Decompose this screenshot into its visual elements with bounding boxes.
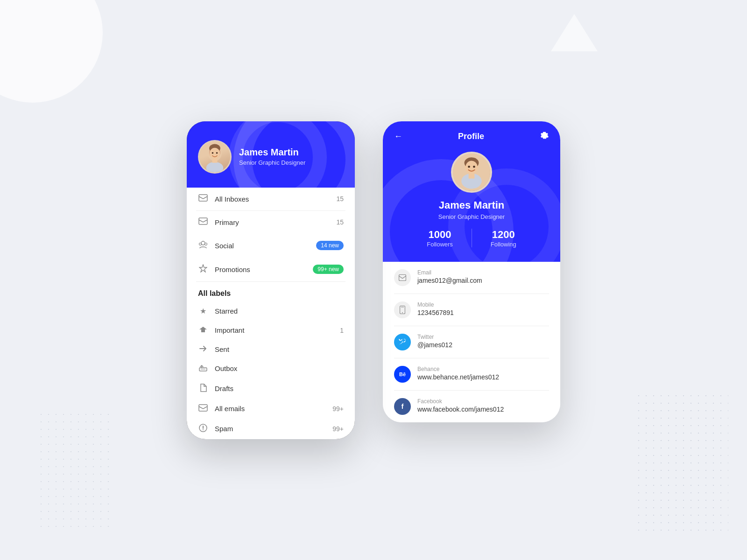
drafts-label: Drafts (215, 385, 337, 392)
back-button[interactable]: ← (394, 132, 402, 141)
sent-label: Sent (215, 345, 337, 353)
email-field-label: Email (417, 269, 482, 276)
avatar (198, 140, 232, 174)
bg-decoration-dots-left (37, 411, 112, 532)
twitter-field-label: Twitter (417, 334, 452, 340)
twitter-icon-wrap (394, 334, 411, 350)
svg-rect-28 (399, 274, 406, 280)
svg-point-4 (210, 147, 220, 159)
all-inboxes-count: 15 (336, 195, 344, 203)
svg-point-24 (468, 165, 470, 168)
svg-point-5 (212, 152, 214, 154)
phone-profile: ← Profile (383, 121, 560, 422)
email-header: James Martin Senior Graphic Designer (187, 121, 355, 188)
twitter-row: Twitter @james012 (394, 326, 549, 358)
promotions-icon (198, 264, 208, 275)
all-emails-item[interactable]: All emails 99+ (187, 399, 355, 419)
svg-point-11 (201, 241, 205, 245)
spam-item[interactable]: Spam 99+ (187, 419, 355, 439)
behance-row: Bē Behance www.behance.net/james012 (394, 358, 549, 391)
primary-icon (198, 217, 208, 227)
svg-point-25 (473, 165, 475, 168)
all-labels-heading: All labels (187, 282, 355, 301)
followers-stat: 1000 Followers (408, 229, 472, 248)
mobile-field-label: Mobile (417, 301, 454, 308)
email-icon-wrap (394, 269, 411, 286)
outbox-icon (198, 364, 208, 373)
behance-value: www.behance.net/james012 (417, 373, 499, 381)
facebook-icon-wrap: f (394, 398, 411, 415)
following-count: 1200 (491, 229, 516, 241)
inbox-icon (198, 194, 208, 204)
bg-decoration-circle (0, 0, 103, 103)
sent-item[interactable]: Sent (187, 340, 355, 359)
spam-icon (198, 424, 208, 434)
svg-marker-14 (199, 327, 207, 332)
all-inboxes-item[interactable]: All Inboxes 15 (187, 188, 355, 210)
spam-label: Spam (215, 425, 326, 433)
promotions-badge: 99+ new (313, 265, 344, 274)
settings-button[interactable] (540, 131, 549, 142)
profile-nav-title: Profile (458, 132, 484, 141)
all-emails-icon (198, 404, 208, 413)
twitter-value: @james012 (417, 341, 452, 349)
svg-point-7 (206, 162, 224, 172)
important-count: 1 (340, 327, 344, 334)
mobile-icon-wrap (394, 301, 411, 318)
facebook-field-label: Facebook (417, 398, 504, 405)
all-emails-label: All emails (215, 405, 326, 413)
promotions-item[interactable]: Promotions 99+ new (187, 258, 355, 281)
profile-contact-info: Email james012@gmail.com Mobile 12345678… (383, 262, 560, 422)
mobile-value: 1234567891 (417, 309, 454, 316)
bg-decoration-dots-right (635, 392, 728, 532)
promotions-label: Promotions (215, 266, 306, 273)
sent-icon (198, 345, 208, 354)
outbox-item[interactable]: Outbox (187, 359, 355, 378)
profile-avatar-wrap (394, 152, 549, 193)
bg-decoration-triangle (551, 14, 598, 51)
email-row: Email james012@gmail.com (394, 262, 549, 294)
outbox-label: Outbox (215, 364, 337, 372)
primary-count: 15 (336, 218, 344, 226)
social-item[interactable]: Social 14 new (187, 234, 355, 258)
star-icon: ★ (198, 307, 208, 315)
profile-stats: 1000 Followers 1200 Following (394, 229, 549, 248)
behance-icon-wrap: Bē (394, 366, 411, 383)
behance-content: Behance www.behance.net/james012 (417, 366, 499, 381)
email-content: Email james012@gmail.com (417, 269, 482, 284)
important-item[interactable]: Important 1 (187, 321, 355, 340)
header-user-info: James Martin Senior Graphic Designer (239, 147, 305, 166)
starred-item[interactable]: ★ Starred (187, 301, 355, 321)
email-list: All Inboxes 15 Primary 15 (187, 188, 355, 439)
social-icon (198, 240, 208, 251)
phones-container: James Martin Senior Graphic Designer All… (187, 121, 560, 439)
important-icon (198, 326, 208, 335)
profile-nav: ← Profile (394, 131, 549, 142)
primary-item[interactable]: Primary 15 (187, 211, 355, 234)
svg-point-6 (216, 152, 218, 154)
drafts-item[interactable]: Drafts (187, 378, 355, 399)
svg-rect-16 (199, 405, 207, 411)
facebook-value: www.facebook.com/james012 (417, 406, 504, 413)
mobile-content: Mobile 1234567891 (417, 301, 454, 316)
facebook-content: Facebook www.facebook.com/james012 (417, 398, 504, 413)
following-label: Following (491, 241, 516, 248)
starred-label: Starred (215, 307, 337, 315)
mobile-row: Mobile 1234567891 (394, 294, 549, 326)
profile-name: James Martin (394, 199, 549, 211)
header-title: Senior Graphic Designer (239, 159, 305, 166)
primary-label: Primary (215, 218, 330, 226)
followers-count: 1000 (427, 229, 453, 241)
important-label: Important (215, 326, 333, 334)
header-name: James Martin (239, 147, 305, 158)
svg-rect-10 (199, 218, 207, 224)
spam-count: 99+ (332, 425, 344, 433)
twitter-content: Twitter @james012 (417, 334, 452, 349)
all-inboxes-label: All Inboxes (215, 195, 330, 203)
svg-rect-8 (212, 158, 218, 162)
profile-avatar (451, 152, 492, 193)
behance-field-label: Behance (417, 366, 499, 372)
drafts-icon (198, 384, 208, 394)
svg-point-19 (203, 429, 204, 430)
social-label: Social (215, 242, 310, 250)
